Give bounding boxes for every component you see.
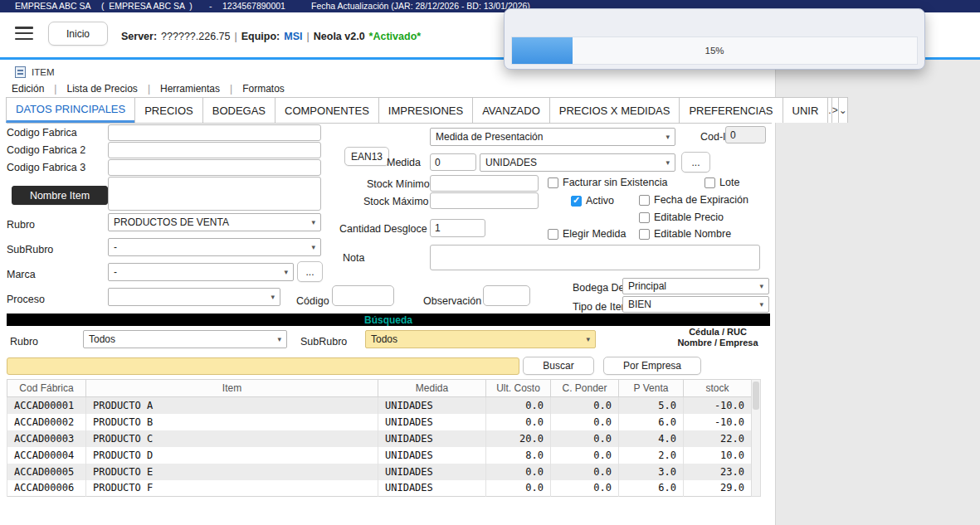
- menu-item[interactable]: Lista de Precios: [66, 83, 150, 95]
- facturar-checkbox[interactable]: Facturar sin Existencia: [548, 177, 667, 188]
- cell-ult-costo[interactable]: 20.0: [486, 430, 551, 447]
- cell-ult-costo[interactable]: 0.0: [486, 480, 551, 497]
- table-row[interactable]: ACCAD00004 PRODUCTO D UNIDADES 8.0 0.0 2…: [7, 447, 752, 464]
- tab[interactable]: PRECIOS X MEDIDAS: [549, 97, 680, 123]
- cell-c-ponder[interactable]: 0.0: [551, 430, 619, 447]
- tab[interactable]: IMPRESIONES: [378, 97, 473, 123]
- cell-medida[interactable]: UNIDADES: [378, 464, 486, 480]
- cell-cod-fabrica[interactable]: ACCAD00004: [7, 447, 86, 464]
- tab-dropdown-icon[interactable]: ⌄: [838, 97, 848, 123]
- cell-ult-costo[interactable]: 0.0: [486, 414, 551, 430]
- table-row[interactable]: ACCAD00005 PRODUCTO E UNIDADES 0.0 0.0 3…: [7, 464, 752, 480]
- table-row[interactable]: ACCAD00003 PRODUCTO C UNIDADES 20.0 0.0 …: [7, 430, 752, 447]
- checkbox-icon[interactable]: [548, 177, 558, 188]
- menu-icon[interactable]: [15, 27, 33, 40]
- editable-precio-checkbox[interactable]: Editable Precio: [639, 211, 724, 223]
- rubro-select[interactable]: PRODUCTOS DE VENTA▾: [108, 213, 321, 231]
- medida-unit-select[interactable]: UNIDADES▾: [480, 153, 675, 172]
- cell-stock[interactable]: -10.0: [684, 397, 752, 414]
- cell-ult-costo[interactable]: 0.0: [486, 464, 551, 480]
- column-header[interactable]: Medida: [378, 380, 486, 397]
- cell-item[interactable]: PRODUCTO C: [86, 430, 378, 447]
- cantidad-desgloce-input[interactable]: [430, 219, 485, 237]
- cell-cod-fabrica[interactable]: ACCAD00003: [7, 430, 86, 447]
- search-subrubro-select[interactable]: Todos▾: [365, 330, 596, 348]
- tab[interactable]: AVANZADO: [472, 97, 550, 123]
- column-header[interactable]: Ult. Costo: [486, 380, 551, 397]
- observacion-input[interactable]: [483, 285, 530, 306]
- editable-nombre-checkbox[interactable]: Editable Nombre: [639, 228, 731, 240]
- cell-medida[interactable]: UNIDADES: [378, 480, 486, 497]
- nombre-item-textarea[interactable]: [108, 177, 321, 211]
- subrubro-select[interactable]: -▾: [108, 238, 321, 256]
- checkbox-icon[interactable]: [571, 196, 582, 207]
- medida-qty-input[interactable]: [430, 153, 476, 171]
- menu-item[interactable]: Herramientas: [160, 83, 232, 95]
- codigo-fabrica-input[interactable]: [108, 124, 321, 141]
- cell-medida[interactable]: UNIDADES: [378, 430, 486, 447]
- tab[interactable]: BODEGAS: [202, 97, 275, 123]
- lote-checkbox[interactable]: Lote: [705, 177, 739, 188]
- proceso-select[interactable]: ▾: [108, 288, 280, 306]
- cell-stock[interactable]: -10.0: [684, 414, 752, 430]
- cell-medida[interactable]: UNIDADES: [378, 397, 486, 414]
- table-row[interactable]: ACCAD00002 PRODUCTO B UNIDADES 0.0 0.0 6…: [7, 414, 752, 430]
- tab[interactable]: PRECIOS: [134, 97, 203, 123]
- cell-c-ponder[interactable]: 0.0: [551, 447, 619, 464]
- tab[interactable]: UNIR: [783, 97, 829, 123]
- por-empresa-button[interactable]: Por Empresa: [603, 357, 701, 375]
- table-row[interactable]: ACCAD00006 PRODUCTO F UNIDADES 0.0 0.0 6…: [7, 480, 752, 497]
- cell-item[interactable]: PRODUCTO B: [86, 414, 378, 430]
- menu-item[interactable]: Edición: [12, 83, 56, 95]
- table-scrollbar[interactable]: [751, 379, 761, 497]
- cell-item[interactable]: PRODUCTO F: [86, 480, 378, 497]
- cell-medida[interactable]: UNIDADES: [378, 414, 486, 430]
- cell-item[interactable]: PRODUCTO D: [86, 447, 378, 464]
- cell-cod-fabrica[interactable]: ACCAD00006: [7, 480, 86, 497]
- search-rubro-select[interactable]: Todos▾: [83, 330, 287, 348]
- codigo-input[interactable]: [332, 285, 394, 306]
- cell-p-venta[interactable]: 6.0: [619, 414, 684, 430]
- cell-stock[interactable]: 23.0: [684, 464, 752, 480]
- checkbox-icon[interactable]: [639, 229, 650, 240]
- cell-item[interactable]: PRODUCTO A: [86, 397, 378, 414]
- cell-cod-fabrica[interactable]: ACCAD00002: [7, 414, 86, 430]
- fecha-expiracion-checkbox[interactable]: Fecha de Expiración: [639, 194, 748, 206]
- cell-p-venta[interactable]: 4.0: [619, 430, 684, 447]
- tab[interactable]: COMPONENTES: [275, 97, 379, 123]
- activo-checkbox[interactable]: Activo: [571, 195, 614, 207]
- codigo-fabrica3-input[interactable]: [108, 159, 321, 176]
- table-row[interactable]: ACCAD00001 PRODUCTO A UNIDADES 0.0 0.0 5…: [7, 397, 752, 414]
- cell-stock[interactable]: 10.0: [684, 447, 752, 464]
- bodega-default-select[interactable]: Principal▾: [622, 278, 769, 294]
- column-header[interactable]: Item: [86, 380, 378, 397]
- cell-p-venta[interactable]: 3.0: [619, 464, 684, 480]
- tipo-item-select[interactable]: BIEN▾: [622, 296, 769, 313]
- cell-c-ponder[interactable]: 0.0: [551, 464, 619, 480]
- checkbox-icon[interactable]: [639, 195, 650, 206]
- medida-more-button[interactable]: ...: [681, 152, 710, 173]
- cell-cod-fabrica[interactable]: ACCAD00001: [7, 397, 86, 414]
- cod-id-input[interactable]: [725, 126, 766, 143]
- ean13-button[interactable]: EAN13: [344, 147, 389, 166]
- cell-c-ponder[interactable]: 0.0: [551, 480, 619, 497]
- checkbox-icon[interactable]: [548, 229, 558, 240]
- inicio-button[interactable]: Inicio: [48, 22, 108, 46]
- menu-item[interactable]: Formatos: [242, 83, 285, 95]
- stock-max-input[interactable]: [430, 192, 539, 209]
- tab[interactable]: PREFERENCIAS: [679, 97, 783, 123]
- cell-stock[interactable]: 22.0: [684, 430, 752, 447]
- cell-p-venta[interactable]: 5.0: [619, 397, 684, 414]
- marca-select[interactable]: -▾: [108, 263, 294, 281]
- tab[interactable]: DATOS PRINCIPALES: [6, 97, 135, 123]
- column-header[interactable]: P Venta: [619, 380, 684, 397]
- cell-p-venta[interactable]: 2.0: [619, 447, 684, 464]
- cell-medida[interactable]: UNIDADES: [378, 447, 486, 464]
- cell-item[interactable]: PRODUCTO E: [86, 464, 378, 480]
- cell-p-venta[interactable]: 6.0: [619, 480, 684, 497]
- search-input[interactable]: [7, 357, 519, 375]
- checkbox-icon[interactable]: [705, 177, 715, 188]
- column-header[interactable]: C. Ponder: [551, 380, 619, 397]
- cell-c-ponder[interactable]: 0.0: [551, 397, 619, 414]
- cell-ult-costo[interactable]: 8.0: [486, 447, 551, 464]
